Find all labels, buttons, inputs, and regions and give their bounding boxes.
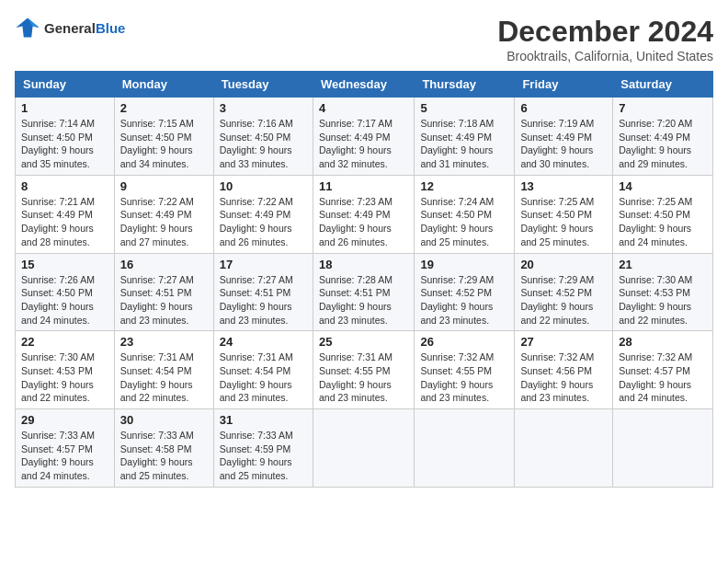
day-detail-15: Sunrise: 7:26 AMSunset: 4:50 PMDaylight:…: [21, 274, 95, 326]
day-detail-16: Sunrise: 7:27 AMSunset: 4:51 PMDaylight:…: [120, 274, 194, 326]
day-detail-6: Sunrise: 7:19 AMSunset: 4:49 PMDaylight:…: [520, 118, 594, 169]
day-cell-13: 13 Sunrise: 7:25 AMSunset: 4:50 PMDaylig…: [515, 175, 613, 253]
calendar-week-2: 8 Sunrise: 7:21 AMSunset: 4:49 PMDayligh…: [16, 175, 713, 253]
day-cell-23: 23 Sunrise: 7:31 AMSunset: 4:54 PMDaylig…: [114, 331, 213, 409]
day-detail-10: Sunrise: 7:22 AMSunset: 4:49 PMDaylight:…: [220, 196, 293, 247]
day-detail-8: Sunrise: 7:21 AMSunset: 4:49 PMDaylight:…: [21, 196, 95, 247]
day-cell-2: 2 Sunrise: 7:15 AMSunset: 4:50 PMDayligh…: [114, 98, 213, 176]
day-cell-18: 18 Sunrise: 7:28 AMSunset: 4:51 PMDaylig…: [313, 253, 414, 331]
calendar-week-5: 29 Sunrise: 7:33 AMSunset: 4:57 PMDaylig…: [16, 409, 713, 488]
empty-cell: [313, 409, 414, 488]
day-number-18: 18: [319, 258, 408, 271]
day-cell-15: 15 Sunrise: 7:26 AMSunset: 4:50 PMDaylig…: [16, 253, 115, 331]
calendar-week-3: 15 Sunrise: 7:26 AMSunset: 4:50 PMDaylig…: [16, 253, 713, 331]
day-cell-11: 11 Sunrise: 7:23 AMSunset: 4:49 PMDaylig…: [313, 175, 414, 253]
day-number-13: 13: [520, 179, 607, 193]
day-detail-30: Sunrise: 7:33 AMSunset: 4:58 PMDaylight:…: [120, 430, 194, 481]
day-cell-17: 17 Sunrise: 7:27 AMSunset: 4:51 PMDaylig…: [213, 253, 313, 331]
calendar-table: Sunday Monday Tuesday Wednesday Thursday…: [15, 71, 713, 488]
day-detail-20: Sunrise: 7:29 AMSunset: 4:52 PMDaylight:…: [520, 274, 594, 326]
day-number-28: 28: [619, 335, 707, 349]
day-detail-29: Sunrise: 7:33 AMSunset: 4:57 PMDaylight:…: [21, 430, 95, 481]
title-area: December 2024 Brooktrails, California, U…: [497, 15, 713, 63]
day-number-11: 11: [319, 179, 408, 193]
day-number-26: 26: [420, 335, 508, 349]
day-cell-4: 4 Sunrise: 7:17 AMSunset: 4:49 PMDayligh…: [313, 98, 414, 176]
empty-cell: [415, 409, 515, 488]
day-number-19: 19: [420, 258, 508, 271]
day-detail-24: Sunrise: 7:31 AMSunset: 4:54 PMDaylight:…: [220, 351, 293, 403]
day-number-9: 9: [120, 179, 208, 193]
day-number-14: 14: [619, 179, 707, 193]
day-cell-26: 26 Sunrise: 7:32 AMSunset: 4:55 PMDaylig…: [415, 331, 515, 409]
day-number-24: 24: [220, 335, 307, 349]
day-number-27: 27: [520, 335, 607, 349]
empty-cell: [613, 409, 713, 488]
day-number-30: 30: [120, 413, 208, 427]
calendar-week-4: 22 Sunrise: 7:30 AMSunset: 4:53 PMDaylig…: [16, 331, 713, 409]
day-number-22: 22: [21, 335, 108, 349]
day-detail-19: Sunrise: 7:29 AMSunset: 4:52 PMDaylight:…: [420, 274, 494, 326]
day-number-17: 17: [220, 258, 307, 271]
day-detail-2: Sunrise: 7:15 AMSunset: 4:50 PMDaylight:…: [120, 118, 194, 169]
day-cell-8: 8 Sunrise: 7:21 AMSunset: 4:49 PMDayligh…: [16, 175, 115, 253]
day-detail-4: Sunrise: 7:17 AMSunset: 4:49 PMDaylight:…: [319, 118, 392, 169]
day-cell-16: 16 Sunrise: 7:27 AMSunset: 4:51 PMDaylig…: [114, 253, 213, 331]
col-thursday: Thursday: [415, 72, 515, 98]
page-title: December 2024: [497, 15, 713, 49]
day-detail-7: Sunrise: 7:20 AMSunset: 4:49 PMDaylight:…: [619, 118, 692, 169]
day-number-4: 4: [319, 101, 408, 115]
day-detail-14: Sunrise: 7:25 AMSunset: 4:50 PMDaylight:…: [619, 196, 692, 247]
day-cell-19: 19 Sunrise: 7:29 AMSunset: 4:52 PMDaylig…: [415, 253, 515, 331]
day-detail-22: Sunrise: 7:30 AMSunset: 4:53 PMDaylight:…: [21, 351, 95, 403]
col-saturday: Saturday: [613, 72, 713, 98]
day-detail-23: Sunrise: 7:31 AMSunset: 4:54 PMDaylight:…: [120, 351, 194, 403]
day-number-3: 3: [220, 101, 307, 115]
day-detail-13: Sunrise: 7:25 AMSunset: 4:50 PMDaylight:…: [520, 196, 594, 247]
page-header: GeneralBlue December 2024 Brooktrails, C…: [15, 15, 713, 63]
logo: GeneralBlue: [15, 15, 125, 40]
day-number-20: 20: [520, 258, 607, 271]
day-number-6: 6: [520, 101, 607, 115]
day-cell-6: 6 Sunrise: 7:19 AMSunset: 4:49 PMDayligh…: [515, 98, 613, 176]
day-number-21: 21: [619, 258, 707, 271]
day-detail-18: Sunrise: 7:28 AMSunset: 4:51 PMDaylight:…: [319, 274, 392, 326]
col-monday: Monday: [114, 72, 213, 98]
day-cell-3: 3 Sunrise: 7:16 AMSunset: 4:50 PMDayligh…: [213, 98, 313, 176]
day-detail-5: Sunrise: 7:18 AMSunset: 4:49 PMDaylight:…: [420, 118, 494, 169]
day-detail-17: Sunrise: 7:27 AMSunset: 4:51 PMDaylight:…: [220, 274, 293, 326]
day-number-23: 23: [120, 335, 208, 349]
day-detail-3: Sunrise: 7:16 AMSunset: 4:50 PMDaylight:…: [220, 118, 293, 169]
day-cell-27: 27 Sunrise: 7:32 AMSunset: 4:56 PMDaylig…: [515, 331, 613, 409]
page-subtitle: Brooktrails, California, United States: [497, 49, 713, 63]
logo-icon: [15, 15, 40, 40]
day-cell-28: 28 Sunrise: 7:32 AMSunset: 4:57 PMDaylig…: [613, 331, 713, 409]
day-cell-9: 9 Sunrise: 7:22 AMSunset: 4:49 PMDayligh…: [114, 175, 213, 253]
day-cell-22: 22 Sunrise: 7:30 AMSunset: 4:53 PMDaylig…: [16, 331, 115, 409]
day-cell-10: 10 Sunrise: 7:22 AMSunset: 4:49 PMDaylig…: [213, 175, 313, 253]
day-number-7: 7: [619, 101, 707, 115]
day-cell-25: 25 Sunrise: 7:31 AMSunset: 4:55 PMDaylig…: [313, 331, 414, 409]
day-cell-31: 31 Sunrise: 7:33 AMSunset: 4:59 PMDaylig…: [213, 409, 313, 488]
day-cell-30: 30 Sunrise: 7:33 AMSunset: 4:58 PMDaylig…: [114, 409, 213, 488]
day-number-5: 5: [420, 101, 508, 115]
day-detail-1: Sunrise: 7:14 AMSunset: 4:50 PMDaylight:…: [21, 118, 95, 169]
day-cell-12: 12 Sunrise: 7:24 AMSunset: 4:50 PMDaylig…: [415, 175, 515, 253]
day-detail-28: Sunrise: 7:32 AMSunset: 4:57 PMDaylight:…: [619, 351, 692, 403]
col-tuesday: Tuesday: [213, 72, 313, 98]
day-cell-7: 7 Sunrise: 7:20 AMSunset: 4:49 PMDayligh…: [613, 98, 713, 176]
day-cell-29: 29 Sunrise: 7:33 AMSunset: 4:57 PMDaylig…: [16, 409, 115, 488]
day-detail-26: Sunrise: 7:32 AMSunset: 4:55 PMDaylight:…: [420, 351, 494, 403]
day-detail-9: Sunrise: 7:22 AMSunset: 4:49 PMDaylight:…: [120, 196, 194, 247]
day-number-25: 25: [319, 335, 408, 349]
day-number-10: 10: [220, 179, 307, 193]
day-detail-21: Sunrise: 7:30 AMSunset: 4:53 PMDaylight:…: [619, 274, 692, 326]
day-detail-27: Sunrise: 7:32 AMSunset: 4:56 PMDaylight:…: [520, 351, 594, 403]
day-number-12: 12: [420, 179, 508, 193]
logo-text-blue: Blue: [96, 20, 126, 36]
day-number-16: 16: [120, 258, 208, 271]
calendar-week-1: 1 Sunrise: 7:14 AMSunset: 4:50 PMDayligh…: [16, 98, 713, 176]
svg-marker-0: [16, 18, 39, 38]
day-cell-24: 24 Sunrise: 7:31 AMSunset: 4:54 PMDaylig…: [213, 331, 313, 409]
day-number-29: 29: [21, 413, 108, 427]
